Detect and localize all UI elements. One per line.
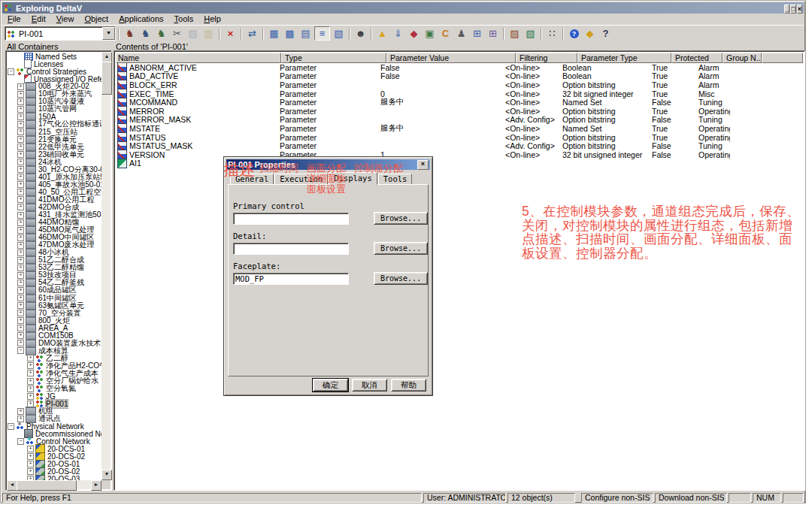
scroll-right-icon[interactable]: ► (91, 480, 102, 491)
swap-icon[interactable]: ⇄ (245, 27, 259, 40)
expand-icon[interactable]: + (17, 212, 24, 219)
view-large-icons-icon[interactable]: ▦ (267, 27, 281, 40)
scroll-down-icon[interactable]: ▼ (102, 470, 112, 480)
expand-icon[interactable]: + (17, 416, 24, 422)
expand-icon[interactable]: + (17, 340, 24, 346)
tree-item[interactable]: −Control Network (8, 437, 102, 445)
tree-hscroll-thumb[interactable] (17, 480, 77, 491)
menu-view[interactable]: View (51, 14, 80, 24)
books-online-icon[interactable]: ◆ (583, 27, 597, 40)
table-row[interactable]: MSTATUS_MASKParameter<Adv. Config>Option… (116, 141, 803, 150)
expand-icon[interactable]: + (17, 129, 24, 135)
expand-icon[interactable]: + (17, 166, 24, 173)
browse-button-0[interactable]: Browse... (374, 212, 428, 225)
help-icon[interactable]: ? (567, 27, 581, 40)
expand-icon[interactable]: + (17, 295, 24, 301)
user-accounts-icon[interactable]: ☻ (353, 27, 368, 40)
scroll-left-icon[interactable]: ◄ (7, 480, 17, 491)
expand-icon[interactable]: + (17, 106, 24, 113)
expand-icon[interactable]: + (17, 325, 24, 331)
download-icon[interactable]: ⇓ (391, 27, 405, 40)
menu-tools[interactable]: Tools (169, 14, 199, 24)
expand-icon[interactable]: + (17, 196, 24, 203)
ok-button[interactable]: 确定 (313, 379, 348, 392)
dialog-close-icon[interactable]: × (417, 160, 429, 170)
copy-icon[interactable]: ▤ (186, 27, 200, 40)
expand-icon[interactable]: + (17, 408, 24, 415)
paste-icon[interactable]: ▥ (201, 27, 216, 40)
expand-icon[interactable]: + (17, 98, 24, 105)
history-chart-icon[interactable]: ▨ (508, 27, 522, 40)
context-help-icon[interactable]: ? (598, 27, 613, 40)
expand-icon[interactable]: + (17, 227, 24, 234)
trend-chart-icon[interactable]: ▧ (523, 27, 538, 40)
user-explorer-icon[interactable]: ♞ (123, 27, 137, 40)
column-header-type[interactable]: Type (281, 53, 386, 63)
collapse-icon[interactable]: − (8, 68, 14, 75)
tree-item[interactable]: +JG (8, 392, 102, 400)
expand-icon[interactable]: + (17, 234, 24, 241)
tree-item[interactable]: +通讯点 (8, 415, 102, 422)
field-input-0[interactable] (233, 213, 349, 225)
collapse-icon[interactable]: − (17, 438, 24, 445)
expand-icon[interactable]: + (17, 151, 24, 158)
column-header-parameter-type[interactable]: Parameter Type (577, 53, 671, 63)
cancel-button[interactable]: 取消 (352, 379, 387, 392)
process-history-icon[interactable]: ∷ (545, 27, 559, 40)
column-header-filtering[interactable]: Filtering (516, 53, 577, 63)
tree-item[interactable]: Decommissioned Nodes (8, 430, 102, 437)
close-button[interactable]: × (797, 5, 802, 14)
expand-icon[interactable]: + (17, 159, 24, 165)
table-row[interactable]: MSTATUSParameter<On-line>Option bitstrin… (116, 133, 803, 142)
minimize-button[interactable]: _ (784, 5, 789, 14)
tree-item[interactable]: Named Sets (8, 53, 102, 60)
module-table-icon[interactable]: ⊞ (470, 27, 484, 40)
tree-horizontal-scrollbar[interactable]: ◄ ► (7, 480, 102, 489)
view-details-icon[interactable]: ≡ (314, 26, 330, 41)
field-input-2[interactable]: MOD_FP (233, 273, 349, 285)
tree-item[interactable]: +20-DCS-02 (8, 452, 102, 460)
tree-item[interactable]: +PI-001 (8, 400, 102, 407)
area-explorer-icon[interactable]: ♞ (154, 27, 168, 40)
expand-icon[interactable]: + (17, 257, 24, 264)
expand-icon[interactable]: + (17, 113, 24, 120)
collapse-icon[interactable]: − (17, 347, 24, 354)
restore-button[interactable]: □ (790, 5, 795, 14)
menu-object[interactable]: Object (79, 14, 114, 24)
expand-icon[interactable]: + (17, 204, 24, 210)
expand-icon[interactable]: + (17, 219, 24, 226)
menu-edit[interactable]: Edit (26, 14, 51, 24)
expand-icon[interactable]: + (27, 468, 34, 475)
object-selector[interactable]: PI-001 ▼ (5, 26, 116, 41)
expand-icon[interactable]: + (17, 189, 24, 195)
reassign-icon[interactable]: C (438, 27, 453, 40)
delete-icon[interactable]: × (223, 27, 238, 40)
browse-button-2[interactable]: Browse... (374, 272, 428, 285)
table-row[interactable]: BAD_ACTIVEParameterFalse<On-line>Boolean… (116, 72, 803, 81)
expand-icon[interactable]: + (17, 136, 24, 143)
chevron-down-icon[interactable]: ▼ (102, 27, 115, 40)
expand-icon[interactable]: + (17, 302, 24, 309)
group-explorer-icon[interactable]: ♞ (138, 27, 153, 40)
expand-icon[interactable]: + (27, 453, 34, 460)
expand-icon[interactable]: + (17, 242, 24, 249)
tree-item[interactable]: Licenses (8, 60, 102, 68)
alarm-bell-icon[interactable]: ▲ (375, 27, 389, 40)
scroll-up-icon[interactable]: ▲ (102, 52, 112, 62)
expand-icon[interactable]: + (17, 310, 24, 316)
tree-vertical-scrollbar[interactable]: ▲ ▼ (102, 52, 111, 480)
tree-item[interactable]: −Control Strategies (8, 68, 102, 75)
tree-item[interactable]: −Physical Network (8, 422, 102, 430)
expand-icon[interactable]: + (27, 461, 34, 467)
expand-icon[interactable]: + (17, 332, 24, 339)
table-row[interactable]: MERRORParameter<On-line>Option bitstring… (116, 107, 803, 116)
table-row[interactable]: VERSIONParameter1<On-line>32 bit unsigne… (116, 150, 803, 159)
column-header-parameter-value[interactable]: Parameter Value (386, 53, 516, 63)
table-row[interactable]: MSTATEParameter服务中<On-line>Named SetTrue… (116, 124, 803, 133)
table-row[interactable]: BLOCK_ERRParameter<On-line>Option bitstr… (116, 80, 803, 89)
help-button[interactable]: 帮助 (391, 379, 426, 392)
collapse-icon[interactable]: − (8, 423, 14, 430)
picture-icon[interactable]: ▣ (423, 27, 437, 40)
tree-item[interactable]: +20-OS-02 (8, 468, 102, 476)
view-list-icon[interactable]: ▤ (298, 27, 313, 40)
